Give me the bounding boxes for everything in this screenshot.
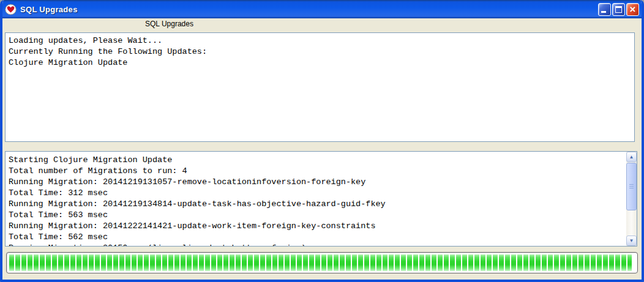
progress-bar-fill xyxy=(9,254,632,271)
status-line: Loading updates, Please Wait... xyxy=(9,35,634,46)
titlebar[interactable]: SQL Upgrades ✕ xyxy=(0,0,644,18)
scrollbar-thumb[interactable] xyxy=(626,163,637,210)
status-line: Currently Running the Following Updates: xyxy=(9,46,634,58)
window-title: SQL Upgrades xyxy=(20,5,598,14)
scroll-down-button[interactable]: ▼ xyxy=(626,236,637,246)
close-button[interactable]: ✕ xyxy=(626,3,639,16)
log-line: Total number of Migrations to run: 4 xyxy=(9,166,626,177)
log-line: Total Time: 562 msec xyxy=(9,232,626,243)
panel-title: SQL Upgrades xyxy=(145,20,193,28)
progress-bar xyxy=(6,252,638,273)
window-controls: ✕ xyxy=(598,3,639,16)
log-line: Starting Clojure Migration Update xyxy=(9,155,626,166)
minimize-icon xyxy=(601,11,606,13)
maximize-button[interactable] xyxy=(612,3,625,16)
log-line: Running Migration: 20141219134814-update… xyxy=(9,199,626,210)
scroll-up-button[interactable]: ▲ xyxy=(626,152,637,162)
status-line: Clojure Migration Update xyxy=(9,58,634,69)
log-line: Total Time: 563 msec xyxy=(9,210,626,221)
log-line: Running Migration: 20150... (line clippe… xyxy=(9,243,626,246)
log-line: Running Migration: 20141222141421-update… xyxy=(9,221,626,232)
app-icon xyxy=(5,4,17,15)
client-area: SQL Upgrades Loading updates, Please Wai… xyxy=(2,18,642,280)
log-textarea[interactable]: Starting Clojure Migration UpdateTotal n… xyxy=(5,151,637,247)
log-line: Running Migration: 20141219131057-remove… xyxy=(9,177,626,188)
log-lines: Starting Clojure Migration UpdateTotal n… xyxy=(6,152,626,246)
minimize-button[interactable] xyxy=(598,3,611,16)
sql-upgrades-window: SQL Upgrades ✕ SQL Upgrades Loading upda… xyxy=(0,0,644,282)
vertical-scrollbar[interactable]: ▲ ▼ xyxy=(626,152,637,246)
status-textarea[interactable]: Loading updates, Please Wait...Currently… xyxy=(5,32,635,142)
log-line: Total Time: 312 msec xyxy=(9,188,626,199)
maximize-icon xyxy=(615,6,622,13)
scrollbar-grip-icon xyxy=(629,184,634,189)
